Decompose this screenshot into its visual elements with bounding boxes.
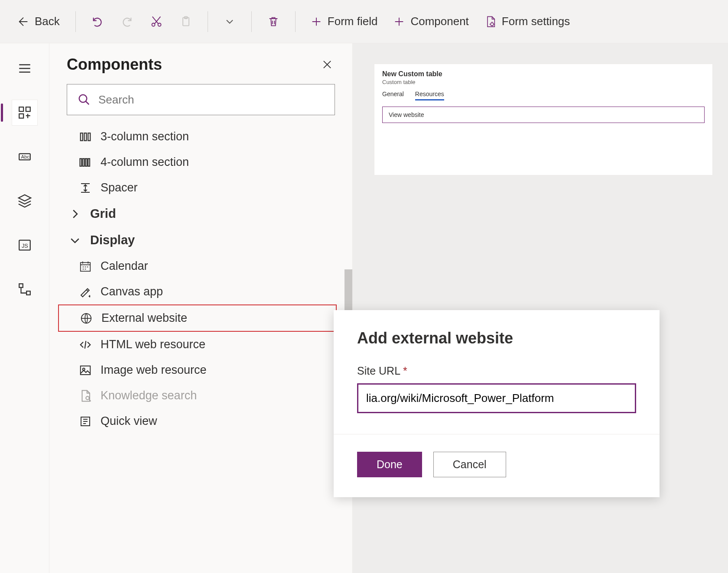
svg-rect-19 <box>83 159 84 166</box>
svg-rect-7 <box>19 114 23 118</box>
item-quick-view[interactable]: Quick view <box>60 408 342 434</box>
search-icon <box>78 93 91 106</box>
svg-rect-24 <box>81 366 91 375</box>
svg-point-1 <box>158 23 161 26</box>
svg-rect-21 <box>88 159 90 166</box>
form-subtitle: Custom table <box>382 79 705 85</box>
section-view-website[interactable]: View website <box>382 107 705 123</box>
toolbar-divider-4 <box>295 11 296 32</box>
rail-hamburger[interactable] <box>12 55 38 81</box>
rail-layers[interactable] <box>12 188 38 214</box>
item-label: HTML web resource <box>101 338 205 351</box>
paste-options-button[interactable] <box>217 12 243 31</box>
add-component-button[interactable]: Component <box>387 11 474 32</box>
calendar-icon <box>79 260 92 273</box>
item-label: Calendar <box>101 259 148 273</box>
back-label: Back <box>35 15 60 28</box>
svg-rect-12 <box>19 284 23 288</box>
item-knowledge-search[interactable]: Knowledge search <box>60 383 342 408</box>
components-panel: Components ▲ 3-column section 4-column s… <box>49 43 353 573</box>
svg-rect-13 <box>26 291 30 295</box>
form-preview[interactable]: New Custom table Custom table General Re… <box>374 64 712 175</box>
form-settings-button[interactable]: Form settings <box>478 11 576 32</box>
canvas-app-icon <box>79 285 92 298</box>
svg-point-4 <box>491 23 494 26</box>
delete-button[interactable] <box>260 12 286 31</box>
svg-point-0 <box>152 23 155 26</box>
svg-rect-5 <box>19 107 23 111</box>
item-spacer[interactable]: Spacer <box>60 175 342 201</box>
knowledge-search-icon <box>79 389 92 402</box>
globe-icon <box>80 312 93 325</box>
chevron-down-icon <box>68 234 81 247</box>
paste-button[interactable] <box>173 12 199 31</box>
add-form-field-button[interactable]: Form field <box>304 11 384 32</box>
spacer-icon <box>79 181 92 194</box>
form-tabs: General Resources <box>382 91 705 100</box>
item-3-column-section[interactable]: 3-column section <box>60 124 342 149</box>
svg-rect-16 <box>84 133 87 141</box>
item-label: 3-column section <box>101 130 189 143</box>
popover-title: Add external website <box>357 329 636 347</box>
panel-title: Components <box>67 55 162 74</box>
item-label: Spacer <box>101 181 138 194</box>
form-settings-label: Form settings <box>502 15 570 28</box>
cancel-button[interactable]: Cancel <box>433 452 506 477</box>
toolbar-divider-2 <box>208 11 208 32</box>
columns4-icon <box>79 156 92 169</box>
toolbar-divider <box>75 11 76 32</box>
group-grid[interactable]: Grid <box>60 201 342 227</box>
redo-button[interactable] <box>114 12 140 31</box>
top-toolbar: Back Form field Component Form settings <box>0 0 728 43</box>
rail-tree[interactable] <box>12 276 38 302</box>
rail-fields[interactable]: Abc <box>12 144 38 170</box>
rail-js[interactable]: JS <box>12 232 38 258</box>
item-label: Quick view <box>101 414 157 428</box>
close-panel-button[interactable] <box>319 57 335 72</box>
form-title: New Custom table <box>382 70 705 78</box>
cut-button[interactable] <box>143 12 169 31</box>
undo-button[interactable] <box>84 12 110 31</box>
item-canvas-app[interactable]: Canvas app <box>60 279 342 304</box>
tab-general[interactable]: General <box>382 91 404 100</box>
svg-rect-15 <box>81 133 83 141</box>
group-label: Grid <box>90 207 116 221</box>
item-external-website[interactable]: External website <box>58 304 337 332</box>
components-list: ▲ 3-column section 4-column section Spac… <box>49 122 352 573</box>
group-display[interactable]: Display <box>60 227 342 253</box>
svg-rect-6 <box>26 107 30 111</box>
chevron-right-icon <box>68 207 81 220</box>
tab-resources[interactable]: Resources <box>415 91 444 100</box>
item-label: 4-column section <box>101 155 189 169</box>
site-url-input[interactable] <box>357 383 636 413</box>
svg-text:Abc: Abc <box>21 154 29 159</box>
quick-view-icon <box>79 415 92 428</box>
item-image-web-resource[interactable]: Image web resource <box>60 357 342 383</box>
component-label: Component <box>410 15 468 28</box>
rail-components[interactable] <box>12 100 38 126</box>
item-label: Image web resource <box>101 363 207 377</box>
item-html-web-resource[interactable]: HTML web resource <box>60 332 342 357</box>
site-url-label: Site URL * <box>357 365 636 377</box>
search-box[interactable] <box>67 84 335 115</box>
field-label-text: Site URL <box>357 365 400 377</box>
left-rail: Abc JS <box>0 43 49 573</box>
svg-text:JS: JS <box>21 243 28 249</box>
item-4-column-section[interactable]: 4-column section <box>60 149 342 175</box>
search-input[interactable] <box>98 93 324 107</box>
form-field-label: Form field <box>328 15 378 28</box>
svg-rect-20 <box>85 159 87 166</box>
item-label: External website <box>101 311 187 325</box>
svg-point-26 <box>86 396 89 400</box>
columns3-icon <box>79 130 92 143</box>
toolbar-divider-3 <box>251 11 252 32</box>
add-external-website-popover: Add external website Site URL * Done Can… <box>334 310 660 497</box>
done-button[interactable]: Done <box>357 452 422 477</box>
svg-point-14 <box>79 95 87 103</box>
group-label: Display <box>90 233 135 247</box>
item-label: Knowledge search <box>101 389 197 402</box>
image-icon <box>79 364 92 377</box>
back-button[interactable]: Back <box>10 11 67 32</box>
svg-rect-17 <box>88 133 90 141</box>
item-calendar[interactable]: Calendar <box>60 253 342 279</box>
